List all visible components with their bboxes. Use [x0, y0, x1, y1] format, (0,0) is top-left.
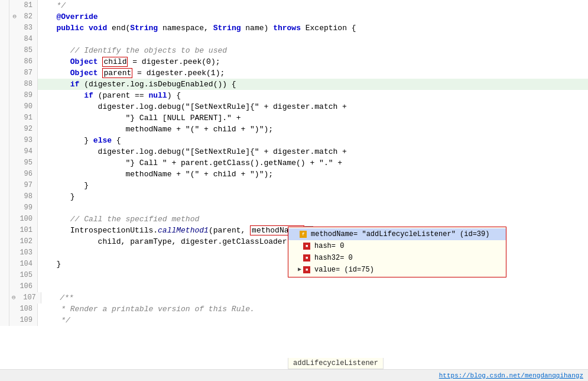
code-line-88: 88 if (digester.log.isDebugEnabled()) {	[0, 79, 588, 90]
line-content-92: methodName + "(" + child + ")");	[38, 124, 588, 135]
line-content-89: if (parent == null) {	[38, 90, 588, 101]
completion-item-3[interactable]: ▶ ■ value= (id=75)	[288, 264, 506, 276]
line-content-107: /**	[41, 292, 588, 303]
breakpoint-109	[0, 315, 9, 326]
completion-item-0[interactable]: f methodName= "addLifecycleListener" (id…	[288, 228, 506, 240]
expand-triangle-0	[293, 229, 297, 240]
line-content-108: * Render a printable version of this Rul…	[38, 303, 588, 315]
code-line-82: ⊖ 82 @Override	[0, 11, 588, 22]
code-line-84: 84	[0, 34, 588, 45]
line-content-81: */	[38, 0, 588, 11]
code-line-94: 94 digester.log.debug("[SetNextRule]{" +…	[0, 146, 588, 157]
expand-triangle-3: ▶	[298, 264, 301, 275]
line-number-101: 101	[9, 225, 38, 236]
line-content-95: "} Call " + parent.getClass().getName() …	[38, 157, 588, 169]
field-icon-red-1: ■	[303, 243, 310, 250]
override-icon-107: ⊖	[12, 292, 19, 303]
field-icon-yellow: f	[300, 231, 307, 238]
completion-item-label-3: value= (id=75)	[314, 264, 374, 275]
url-link[interactable]: https://blog.csdn.net/mengdanqqihangz	[439, 372, 583, 379]
code-line-96: 96 methodName + "(" + child + ")");	[0, 169, 588, 180]
breakpoint-81	[0, 0, 9, 11]
breakpoint-87	[0, 67, 9, 79]
line-number-94: 94	[9, 146, 38, 157]
breakpoint-95	[0, 157, 9, 169]
code-line-87: 87 Object parent = digester.peek(1);	[0, 67, 588, 79]
completion-item-label-1: hash= 0	[314, 241, 344, 251]
override-icon-82: ⊖	[12, 11, 20, 22]
breakpoint-84	[0, 34, 9, 45]
code-line-97: 97 }	[0, 180, 588, 191]
line-number-105: 105	[9, 270, 38, 281]
code-line-91: 91 "} Call [NULL PARENT]." +	[0, 112, 588, 124]
completion-item-label-0: methodName= "addLifecycleListener" (id=3…	[311, 229, 489, 240]
line-content-98: }	[38, 191, 588, 202]
line-number-91: 91	[9, 112, 38, 124]
line-content-96: methodName + "(" + child + ")");	[38, 169, 588, 180]
line-number-87: 87	[9, 67, 38, 79]
code-line-108: 108 * Render a printable version of this…	[0, 303, 588, 315]
child-box: child	[102, 57, 128, 67]
line-number-81: 81	[9, 0, 38, 11]
breakpoint-86	[0, 56, 9, 67]
breakpoint-85	[0, 45, 9, 56]
line-number-89: 89	[9, 90, 38, 101]
code-line-81: 81 */	[0, 0, 588, 11]
parent-box: parent	[102, 68, 132, 78]
code-area: 81 */ ⊖ 82 @Override 83 public void end(…	[0, 0, 588, 369]
completion-item-label-2: hash32= 0	[314, 253, 353, 263]
line-number-82: ⊖ 82	[9, 11, 38, 22]
line-content-97: }	[38, 180, 588, 191]
line-content-90: digester.log.debug("[SetNextRule]{" + di…	[38, 101, 588, 112]
breakpoint-83	[0, 22, 9, 34]
breakpoint-97	[0, 180, 9, 191]
line-content-83: public void end(String namespace, String…	[38, 22, 588, 34]
breakpoint-94	[0, 146, 9, 157]
breakpoint-82	[0, 11, 9, 22]
line-number-100: 100	[9, 214, 38, 225]
line-number-103: 103	[9, 247, 38, 259]
line-content-109: */	[38, 315, 588, 326]
breakpoint-98	[0, 191, 9, 202]
line-number-93: 93	[9, 135, 38, 146]
item-icon-1: ■	[303, 242, 311, 250]
autocomplete-bottom-text: addLifecycleListener	[288, 358, 384, 369]
editor-container: 81 */ ⊖ 82 @Override 83 public void end(…	[0, 0, 588, 381]
line-number-90: 90	[9, 101, 38, 112]
code-line-86: 86 Object child = digester.peek(0);	[0, 56, 588, 67]
completion-item-1[interactable]: ■ hash= 0	[288, 240, 506, 252]
line-content-86: Object child = digester.peek(0);	[38, 56, 588, 67]
line-number-109: 109	[9, 315, 38, 326]
breakpoint-104	[0, 259, 9, 270]
line-content-106	[38, 281, 588, 292]
field-icon-red-2: ■	[303, 254, 310, 261]
completion-item-2[interactable]: ■ hash32= 0	[288, 252, 506, 264]
line-content-88: if (digester.log.isDebugEnabled()) {	[38, 79, 588, 90]
code-line-100: 100 // Call the specified method	[0, 214, 588, 225]
line-content-82: @Override	[38, 11, 588, 22]
line-number-106: 106	[9, 281, 38, 292]
line-number-85: 85	[9, 45, 38, 56]
line-content-85: // Identify the objects to be used	[38, 45, 588, 56]
breakpoint-101	[0, 225, 9, 236]
breakpoint-108	[0, 303, 9, 315]
code-line-92: 92 methodName + "(" + child + ")");	[0, 124, 588, 135]
line-content-94: digester.log.debug("[SetNextRule]{" + di…	[38, 146, 588, 157]
line-number-83: 83	[9, 22, 38, 34]
line-content-91: "} Call [NULL PARENT]." +	[38, 112, 588, 124]
code-line-107: ⊖ 107 /**	[0, 292, 588, 303]
code-line-109: 109 */	[0, 315, 588, 326]
breakpoint-93	[0, 135, 9, 146]
code-line-90: 90 digester.log.debug("[SetNextRule]{" +…	[0, 101, 588, 112]
line-content-87: Object parent = digester.peek(1);	[38, 67, 588, 79]
line-content-84	[38, 34, 588, 45]
breakpoint-99	[0, 202, 9, 214]
breakpoint-88	[0, 79, 9, 90]
breakpoint-102	[0, 236, 9, 247]
code-line-93: 93 } else {	[0, 135, 588, 146]
line-number-88: 88	[9, 79, 38, 90]
code-line-85: 85 // Identify the objects to be used	[0, 45, 588, 56]
code-line-89: 89 if (parent == null) {	[0, 90, 588, 101]
line-content-99	[38, 202, 588, 214]
code-line-95: 95 "} Call " + parent.getClass().getName…	[0, 157, 588, 169]
